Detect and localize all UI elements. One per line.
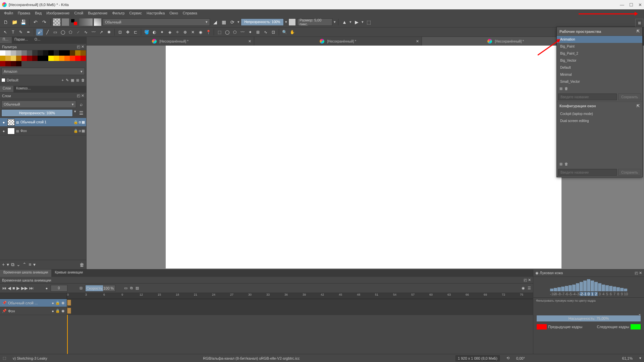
window-config-name-input[interactable] <box>558 169 617 176</box>
move-down-icon[interactable]: ⌄ <box>16 262 20 267</box>
close-docker-icon[interactable]: ✕ <box>81 45 84 49</box>
prev-frames-color[interactable] <box>537 324 547 329</box>
palette-swatch[interactable] <box>59 50 64 56</box>
palette-swatch[interactable] <box>48 56 54 61</box>
polyline-tool-icon[interactable]: ⟋ <box>75 29 82 36</box>
new-file-icon[interactable]: 🗋 <box>2 18 9 26</box>
filter-icon[interactable]: ⌕ <box>77 101 85 108</box>
palette-swatch[interactable] <box>5 61 11 66</box>
onion-bar[interactable] <box>583 281 587 291</box>
workspace-item[interactable]: Small_Vector <box>557 78 642 85</box>
add-workspace-icon[interactable]: ⊞ <box>559 86 562 91</box>
palette-swatch[interactable] <box>0 61 5 66</box>
palette-swatch[interactable] <box>80 56 86 61</box>
chevron-down-icon[interactable]: ▾ <box>639 356 641 360</box>
next-frames-color[interactable] <box>631 324 641 329</box>
inherit-alpha-icon[interactable]: ▦ <box>82 129 85 133</box>
chevron-down-icon[interactable]: ▾ <box>33 262 36 267</box>
gradient-tool-icon[interactable]: ◐ <box>151 29 158 36</box>
onion-frame-number[interactable]: 0 <box>587 292 590 296</box>
menu-help[interactable]: Справка <box>181 10 199 16</box>
chevron-down-icon[interactable]: ▾ <box>285 20 287 24</box>
multibrush-icon[interactable]: ✱ <box>106 29 112 36</box>
track-cells[interactable] <box>67 299 533 307</box>
palette-swatch[interactable] <box>16 50 21 56</box>
palette-swatch[interactable] <box>5 56 11 61</box>
select-magnetic-icon[interactable]: ⊡ <box>270 29 277 36</box>
alpha-icon[interactable]: α <box>79 129 81 133</box>
chevron-down-icon[interactable]: ▾ <box>237 20 239 24</box>
alpha-lock-icon[interactable]: ▦ <box>220 18 227 26</box>
float-docker-icon[interactable]: ◰ <box>77 45 80 49</box>
layer-row[interactable]: ● ▤ Фон 🔒α▦ <box>0 127 86 135</box>
onion-frame-number[interactable]: 7 <box>613 292 616 296</box>
workspace-save-button[interactable]: Сохранить <box>618 94 641 100</box>
tab-tool-options[interactable]: Параметры инструмен... <box>12 37 32 43</box>
onion-bar[interactable] <box>624 289 627 291</box>
onion-bar[interactable] <box>620 288 624 291</box>
visibility-icon[interactable]: ● <box>1 129 6 133</box>
pin-icon[interactable]: 📌 <box>2 309 7 313</box>
onion-bar[interactable] <box>565 286 568 291</box>
text-tool-icon[interactable]: T <box>10 29 16 36</box>
onion-frame-number[interactable]: -8 <box>557 292 561 296</box>
close-docker-icon[interactable]: ✕ <box>81 94 84 98</box>
reload-icon[interactable]: ⟳ <box>229 18 236 26</box>
duplicate-layer-icon[interactable]: ⧉ <box>11 262 14 267</box>
palette-swatch[interactable] <box>59 56 64 61</box>
onion-frame-number[interactable]: -5 <box>569 292 572 296</box>
select-ellipse-icon[interactable]: ◯ <box>224 29 230 36</box>
workspace-item[interactable]: Big_Paint_2 <box>557 50 642 57</box>
float-docker-icon[interactable]: ◰ <box>524 278 527 282</box>
delete-workspace-icon[interactable]: 🗑 <box>565 86 568 91</box>
workspace-chooser-button[interactable]: ⊞ <box>635 19 643 27</box>
assistant-tool-icon[interactable]: ⊕ <box>182 29 189 36</box>
onion-frame-number[interactable]: -3 <box>576 292 579 296</box>
onion-frame-number[interactable]: -10 <box>550 292 553 296</box>
onion-frame-number[interactable]: 4 <box>602 292 605 296</box>
workspace-item[interactable]: Minimal <box>557 71 642 78</box>
menu-file[interactable]: Файл <box>2 10 15 16</box>
select-poly-icon[interactable]: ⬠ <box>231 29 238 36</box>
palette-swatch[interactable] <box>21 50 27 56</box>
smart-patch-icon[interactable]: ✧ <box>174 29 181 36</box>
tab-compositions[interactable]: Композиции <box>13 86 34 92</box>
onion-bar[interactable] <box>587 279 590 291</box>
onion-bar[interactable] <box>576 283 579 291</box>
detach-icon[interactable]: ⇱ <box>637 104 640 108</box>
reference-icon[interactable]: ◉ <box>197 29 204 36</box>
layer-blend-dropdown[interactable]: Обычный ▾ <box>1 101 76 108</box>
workspace-name-input[interactable] <box>558 94 617 100</box>
play-icon[interactable]: ▶ <box>16 286 20 291</box>
palette-swatch[interactable] <box>70 50 75 56</box>
pan-tool-icon[interactable]: ✋ <box>289 29 296 36</box>
skip-end-icon[interactable]: ⏭ <box>29 286 34 291</box>
onion-frame-number[interactable]: 10 <box>624 292 627 296</box>
line-tool-icon[interactable]: ╱ <box>44 29 51 36</box>
grid-icon[interactable]: ▦ <box>71 78 74 82</box>
workspace-item[interactable]: Big_Paint <box>557 43 642 50</box>
workspace-item[interactable]: Default <box>557 64 642 71</box>
dynamic-brush-icon[interactable]: ↗ <box>98 29 105 36</box>
menu-settings[interactable]: Настройка <box>145 10 167 16</box>
rotation-angle[interactable]: 0,00° <box>516 356 525 360</box>
onion-bar[interactable] <box>602 285 605 291</box>
onion-frame-number[interactable]: -6 <box>565 292 568 296</box>
chevron-down-icon[interactable]: ▾ <box>350 20 352 24</box>
fg-color-swatch[interactable] <box>62 18 69 26</box>
select-bezier-icon[interactable]: ∿ <box>262 29 269 36</box>
palette-swatch[interactable] <box>21 56 27 61</box>
measure-tool-icon[interactable]: ✕ <box>190 29 196 36</box>
onion-bar[interactable] <box>613 287 616 291</box>
onion-frame-number[interactable]: 9 <box>620 292 624 296</box>
menu-view[interactable]: Вид <box>33 10 44 16</box>
open-file-icon[interactable]: 📁 <box>11 18 18 26</box>
onion-bar[interactable] <box>554 288 557 291</box>
bezier-tool-icon[interactable]: ∿ <box>83 29 89 36</box>
close-tab-icon[interactable]: ✕ <box>416 39 419 44</box>
palette-swatch[interactable] <box>48 50 54 56</box>
tab-layers[interactable]: Слои <box>0 86 13 92</box>
onion-frame-number[interactable]: -7 <box>561 292 565 296</box>
select-free-icon[interactable]: 〰 <box>239 29 246 36</box>
palette-swatch[interactable] <box>32 50 38 56</box>
